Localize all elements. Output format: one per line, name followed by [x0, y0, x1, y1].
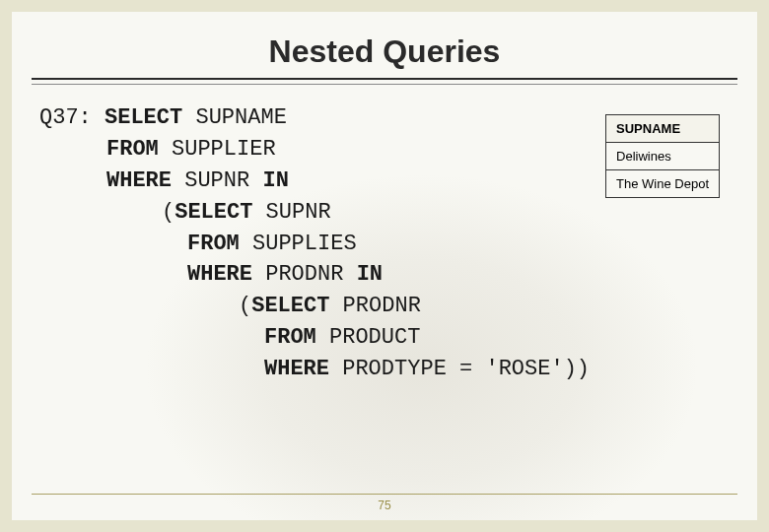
query-line-6: WHERE PRODNR IN [39, 259, 730, 291]
table-row: Deliwines [606, 143, 720, 170]
table-header-row: SUPNAME [606, 115, 720, 143]
slide-container: Nested Queries Q37: SELECT SUPNAME FROM … [12, 12, 757, 520]
query-line-9: WHERE PRODTYPE = 'ROSE')) [39, 354, 730, 385]
slide-title: Nested Queries [12, 12, 757, 78]
footer-divider [32, 494, 737, 495]
title-divider [32, 78, 737, 80]
query-line-5: FROM SUPPLIES [39, 229, 730, 260]
query-line-4: (SELECT SUPNR [39, 197, 730, 229]
query-line-7: (SELECT PRODNR [39, 291, 730, 322]
table-cell: The Wine Depot [606, 170, 720, 198]
table-header: SUPNAME [606, 115, 720, 143]
page-number: 75 [12, 499, 757, 512]
table-cell: Deliwines [606, 143, 720, 170]
query-line-8: FROM PRODUCT [39, 322, 730, 354]
table-row: The Wine Depot [606, 170, 720, 198]
result-table: SUPNAME Deliwines The Wine Depot [605, 114, 720, 198]
title-divider-thin [32, 84, 737, 85]
